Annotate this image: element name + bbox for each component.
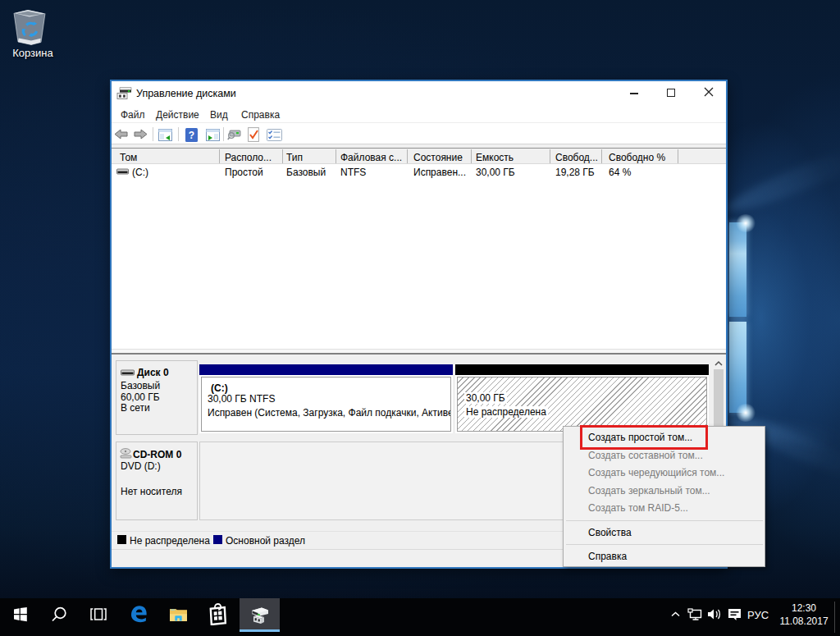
svg-text:?: ?	[189, 130, 194, 141]
